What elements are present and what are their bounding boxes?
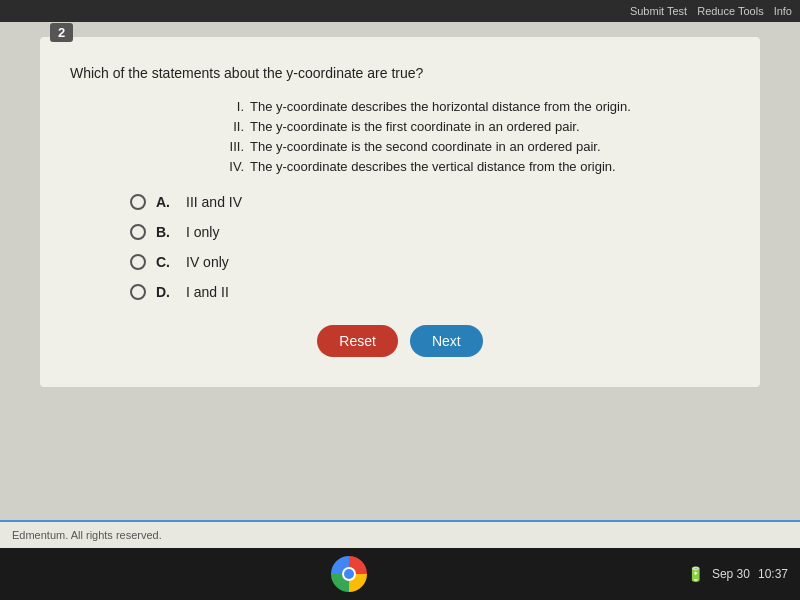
main-area: 2 Which of the statements about the y-co… [0, 22, 800, 520]
answer-letter-c: C. [156, 254, 176, 270]
answer-label-a: III and IV [186, 194, 242, 210]
answer-item-d[interactable]: D. I and II [130, 284, 730, 300]
question-text: Which of the statements about the y-coor… [70, 65, 730, 81]
roman-1: I. [220, 99, 244, 114]
question-number: 2 [50, 23, 73, 42]
answer-item-c[interactable]: C. IV only [130, 254, 730, 270]
taskbar-right: 🔋 Sep 30 10:37 [687, 566, 788, 582]
roman-2: II. [220, 119, 244, 134]
taskbar-center [12, 556, 687, 592]
statement-item-4: IV. The y-coordinate describes the verti… [220, 159, 730, 174]
answer-label-b: I only [186, 224, 219, 240]
answer-letter-d: D. [156, 284, 176, 300]
radio-d[interactable] [130, 284, 146, 300]
statements-list: I. The y-coordinate describes the horizo… [220, 99, 730, 174]
radio-c[interactable] [130, 254, 146, 270]
taskbar-date: Sep 30 [712, 567, 750, 581]
answer-label-d: I and II [186, 284, 229, 300]
radio-b[interactable] [130, 224, 146, 240]
radio-a[interactable] [130, 194, 146, 210]
answer-item-b[interactable]: B. I only [130, 224, 730, 240]
taskbar-time: 10:37 [758, 567, 788, 581]
statement-text-1: The y-coordinate describes the horizonta… [250, 99, 631, 114]
statement-text-2: The y-coordinate is the first coordinate… [250, 119, 580, 134]
question-card: 2 Which of the statements about the y-co… [40, 37, 760, 387]
bottom-bar: Edmentum. All rights reserved. [0, 520, 800, 548]
answer-letter-b: B. [156, 224, 176, 240]
reduce-tools-link[interactable]: Reduce Tools [697, 5, 763, 17]
info-link[interactable]: Info [774, 5, 792, 17]
statement-text-3: The y-coordinate is the second coordinat… [250, 139, 601, 154]
buttons-row: Reset Next [70, 325, 730, 357]
answer-label-c: IV only [186, 254, 229, 270]
answer-item-a[interactable]: A. III and IV [130, 194, 730, 210]
battery-icon: 🔋 [687, 566, 704, 582]
next-button[interactable]: Next [410, 325, 483, 357]
reset-button[interactable]: Reset [317, 325, 398, 357]
answer-letter-a: A. [156, 194, 176, 210]
statement-item-3: III. The y-coordinate is the second coor… [220, 139, 730, 154]
roman-3: III. [220, 139, 244, 154]
answers-list: A. III and IV B. I only C. IV only D. I … [130, 194, 730, 300]
top-bar: Submit Test Reduce Tools Info [0, 0, 800, 22]
submit-test-link[interactable]: Submit Test [630, 5, 687, 17]
roman-4: IV. [220, 159, 244, 174]
taskbar: 🔋 Sep 30 10:37 [0, 548, 800, 600]
chrome-icon[interactable] [331, 556, 367, 592]
statement-item-2: II. The y-coordinate is the first coordi… [220, 119, 730, 134]
statement-text-4: The y-coordinate describes the vertical … [250, 159, 616, 174]
copyright-text: Edmentum. All rights reserved. [12, 529, 162, 541]
statement-item-1: I. The y-coordinate describes the horizo… [220, 99, 730, 114]
